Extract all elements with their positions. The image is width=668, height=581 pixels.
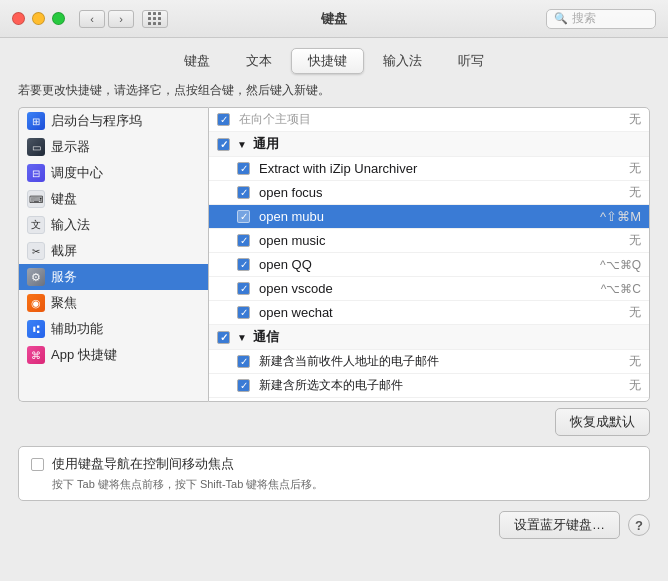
sidebar-item-services[interactable]: ⚙ 服务 xyxy=(19,264,208,290)
checkbox-extract[interactable]: ✓ xyxy=(237,162,257,175)
checkbox-open-qq[interactable]: ✓ xyxy=(237,258,257,271)
row-shortcut-open-wechat: 无 xyxy=(581,304,641,321)
checkbox-open-mubu[interactable]: ✓ xyxy=(237,210,257,223)
keyboard-nav-section: 使用键盘导航在控制间移动焦点 按下 Tab 键将焦点前移，按下 Shift-Ta… xyxy=(18,446,650,501)
sidebar-item-mission[interactable]: ⊟ 调度中心 xyxy=(19,160,208,186)
sidebar-item-keyboard[interactable]: ⌨ 键盘 xyxy=(19,186,208,212)
sidebar-label-app-shortcuts: App 快捷键 xyxy=(51,346,117,364)
row-shortcut-open-vscode: ^⌥⌘C xyxy=(581,282,641,296)
row-label-open-mubu: open mubu xyxy=(257,209,581,224)
sidebar-item-display[interactable]: ▭ 显示器 xyxy=(19,134,208,160)
sidebar-item-app-shortcuts[interactable]: ⌘ App 快捷键 xyxy=(19,342,208,368)
sidebar-label-keyboard: 键盘 xyxy=(51,190,77,208)
close-button[interactable] xyxy=(12,12,25,25)
section-general-label: 通用 xyxy=(251,135,641,153)
table-row-open-mubu[interactable]: ✓ open mubu ^⇧⌘M xyxy=(209,205,649,229)
triangle-general-icon: ▼ xyxy=(237,139,247,150)
row-shortcut-open-qq: ^⌥⌘Q xyxy=(581,258,641,272)
checkbox-open-music[interactable]: ✓ xyxy=(237,234,257,247)
restore-button[interactable]: 恢复成默认 xyxy=(555,408,650,436)
services-icon: ⚙ xyxy=(27,268,45,286)
minimize-button[interactable] xyxy=(32,12,45,25)
tab-shortcuts[interactable]: 快捷键 xyxy=(291,48,364,74)
check-email-selection-icon: ✓ xyxy=(237,379,250,392)
sidebar-label-screenshot: 截屏 xyxy=(51,242,77,260)
tab-dictation[interactable]: 听写 xyxy=(441,48,501,74)
sidebar-label-services: 服务 xyxy=(51,268,77,286)
apps-grid-button[interactable] xyxy=(142,10,168,28)
checkbox-general[interactable]: ✓ xyxy=(217,138,237,151)
tab-text[interactable]: 文本 xyxy=(229,48,289,74)
check-open-vscode-icon: ✓ xyxy=(237,282,250,295)
check-open-focus-icon: ✓ xyxy=(237,186,250,199)
tab-input[interactable]: 输入法 xyxy=(366,48,439,74)
table-row-placeholder[interactable]: ✓ 在向个主项目 无 xyxy=(209,108,649,132)
checkbox-comms[interactable]: ✓ xyxy=(217,331,237,344)
search-box[interactable]: 🔍 搜索 xyxy=(546,9,656,29)
apps-grid-icon xyxy=(148,12,162,26)
focus-icon: ◉ xyxy=(27,294,45,312)
row-shortcut-extract: 无 xyxy=(581,160,641,177)
row-label-open-focus: open focus xyxy=(257,185,581,200)
row-label-extract: Extract with iZip Unarchiver xyxy=(257,161,581,176)
tab-bar: 键盘 文本 快捷键 输入法 听写 xyxy=(0,38,668,82)
window-title: 键盘 xyxy=(321,10,347,28)
table-row-open-focus[interactable]: ✓ open focus 无 xyxy=(209,181,649,205)
main-content: 若要更改快捷键，请选择它，点按组合键，然后键入新键。 ⊞ 启动台与程序坞 ▭ 显… xyxy=(0,82,668,402)
back-button[interactable]: ‹ xyxy=(79,10,105,28)
restore-btn-row: 恢复成默认 xyxy=(18,408,650,436)
tab-keyboard[interactable]: 键盘 xyxy=(167,48,227,74)
check-open-wechat-icon: ✓ xyxy=(237,306,250,319)
checkbox-open-focus[interactable]: ✓ xyxy=(237,186,257,199)
app-shortcuts-icon: ⌘ xyxy=(27,346,45,364)
table-row-open-wechat[interactable]: ✓ open wechat 无 xyxy=(209,301,649,325)
bottom-buttons: 设置蓝牙键盘… ? xyxy=(18,511,650,539)
sidebar-item-launchpad[interactable]: ⊞ 启动台与程序坞 xyxy=(19,108,208,134)
keyboard-nav-hint: 按下 Tab 键将焦点前移，按下 Shift-Tab 键将焦点后移。 xyxy=(52,477,637,492)
accessibility-icon: ⑆ xyxy=(27,320,45,338)
row-shortcut-open-music: 无 xyxy=(581,232,641,249)
row-shortcut-email-selection: 无 xyxy=(581,377,641,394)
left-sidebar: ⊞ 启动台与程序坞 ▭ 显示器 ⊟ 调度中心 ⌨ 键盘 文 输入法 ✂ 截屏 xyxy=(18,107,208,402)
table-row-open-music[interactable]: ✓ open music 无 xyxy=(209,229,649,253)
sidebar-label-launchpad: 启动台与程序坞 xyxy=(51,112,142,130)
row-label-open-qq: open QQ xyxy=(257,257,581,272)
sidebar-label-display: 显示器 xyxy=(51,138,90,156)
search-icon: 🔍 xyxy=(554,12,568,25)
checkbox-open-wechat[interactable]: ✓ xyxy=(237,306,257,319)
table-row-open-qq[interactable]: ✓ open QQ ^⌥⌘Q xyxy=(209,253,649,277)
table-row-extract[interactable]: ✓ Extract with iZip Unarchiver 无 xyxy=(209,157,649,181)
section-comms[interactable]: ✓ ▼ 通信 xyxy=(209,325,649,350)
keyboard-icon: ⌨ xyxy=(27,190,45,208)
mission-icon: ⊟ xyxy=(27,164,45,182)
section-general[interactable]: ✓ ▼ 通用 xyxy=(209,132,649,157)
help-button[interactable]: ? xyxy=(628,514,650,536)
checkbox-open-vscode[interactable]: ✓ xyxy=(237,282,257,295)
checkbox-placeholder[interactable]: ✓ xyxy=(217,113,237,126)
sidebar-item-accessibility[interactable]: ⑆ 辅助功能 xyxy=(19,316,208,342)
screenshot-icon: ✂ xyxy=(27,242,45,260)
sidebar-label-input: 输入法 xyxy=(51,216,90,234)
table-row-email-selection[interactable]: ✓ 新建含所选文本的电子邮件 无 xyxy=(209,374,649,398)
sidebar-item-input[interactable]: 文 输入法 xyxy=(19,212,208,238)
sidebar-label-focus: 聚焦 xyxy=(51,294,77,312)
check-email-recipient-icon: ✓ xyxy=(237,355,250,368)
hint-text: 若要更改快捷键，请选择它，点按组合键，然后键入新键。 xyxy=(18,82,650,99)
forward-button[interactable]: › xyxy=(108,10,134,28)
title-bar: ‹ › 键盘 🔍 搜索 xyxy=(0,0,668,38)
keyboard-nav-row: 使用键盘导航在控制间移动焦点 xyxy=(31,455,637,473)
section-comms-label: 通信 xyxy=(251,328,641,346)
table-row-email-recipient[interactable]: ✓ 新建含当前收件人地址的电子邮件 无 xyxy=(209,350,649,374)
sidebar-item-focus[interactable]: ◉ 聚焦 xyxy=(19,290,208,316)
bluetooth-keyboard-button[interactable]: 设置蓝牙键盘… xyxy=(499,511,620,539)
search-placeholder: 搜索 xyxy=(572,10,596,27)
sidebar-item-screenshot[interactable]: ✂ 截屏 xyxy=(19,238,208,264)
keyboard-nav-checkbox[interactable] xyxy=(31,458,44,471)
input-icon: 文 xyxy=(27,216,45,234)
table-row-open-vscode[interactable]: ✓ open vscode ^⌥⌘C xyxy=(209,277,649,301)
maximize-button[interactable] xyxy=(52,12,65,25)
checkbox-email-recipient[interactable]: ✓ xyxy=(237,355,257,368)
traffic-lights xyxy=(12,12,65,25)
row-label-email-recipient: 新建含当前收件人地址的电子邮件 xyxy=(257,353,581,370)
checkbox-email-selection[interactable]: ✓ xyxy=(237,379,257,392)
